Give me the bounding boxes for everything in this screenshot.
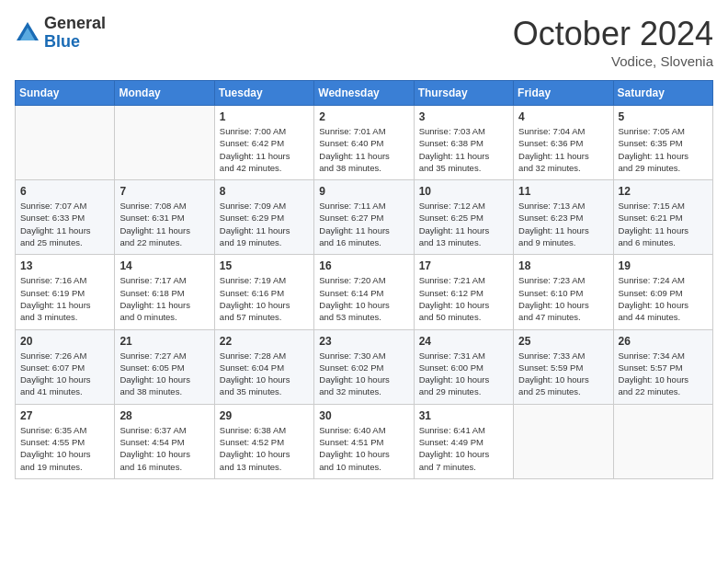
cell-content: Sunrise: 7:11 AM Sunset: 6:27 PM Dayligh… [319,200,408,248]
day-number: 9 [319,185,408,198]
calendar-cell: 1Sunrise: 7:00 AM Sunset: 6:42 PM Daylig… [214,106,313,180]
calendar-cell [16,106,115,180]
logo-text: General Blue [44,15,106,52]
cell-content: Sunrise: 7:03 AM Sunset: 6:38 PM Dayligh… [419,125,508,174]
cell-content: Sunrise: 6:37 AM Sunset: 4:54 PM Dayligh… [119,424,209,473]
calendar-cell: 17Sunrise: 7:21 AM Sunset: 6:12 PM Dayli… [414,255,513,329]
calendar-cell: 6Sunrise: 7:07 AM Sunset: 6:33 PM Daylig… [16,180,115,255]
calendar-cell: 15Sunrise: 7:19 AM Sunset: 6:16 PM Dayli… [214,255,313,329]
day-number: 30 [319,409,408,422]
day-number: 12 [619,185,708,198]
location-subtitle: Vodice, Slovenia [513,53,713,69]
day-number: 11 [518,185,608,198]
day-number: 17 [419,259,508,272]
calendar-cell: 29Sunrise: 6:38 AM Sunset: 4:52 PM Dayli… [214,404,313,478]
day-number: 4 [518,110,608,123]
cell-content: Sunrise: 7:28 AM Sunset: 6:04 PM Dayligh… [220,350,309,398]
calendar-week-row: 13Sunrise: 7:16 AM Sunset: 6:19 PM Dayli… [16,255,713,329]
calendar-cell [115,106,214,180]
cell-content: Sunrise: 7:27 AM Sunset: 6:05 PM Dayligh… [119,350,209,398]
cell-content: Sunrise: 7:20 AM Sunset: 6:14 PM Dayligh… [319,274,408,323]
calendar-cell: 13Sunrise: 7:16 AM Sunset: 6:19 PM Dayli… [16,255,115,329]
day-number: 5 [619,110,708,123]
day-number: 8 [220,185,309,198]
title-block: October 2024 Vodice, Slovenia [513,15,713,69]
day-number: 1 [220,110,309,123]
cell-content: Sunrise: 7:33 AM Sunset: 5:59 PM Dayligh… [518,350,608,398]
calendar-cell: 22Sunrise: 7:28 AM Sunset: 6:04 PM Dayli… [214,329,313,404]
logo-icon [15,20,40,46]
cell-content: Sunrise: 7:26 AM Sunset: 6:07 PM Dayligh… [20,350,109,398]
weekday-header-thursday: Thursday [414,81,513,106]
calendar-cell [514,404,613,478]
calendar-cell: 20Sunrise: 7:26 AM Sunset: 6:07 PM Dayli… [16,329,115,404]
calendar-cell: 28Sunrise: 6:37 AM Sunset: 4:54 PM Dayli… [115,404,214,478]
day-number: 24 [419,335,508,348]
cell-content: Sunrise: 7:15 AM Sunset: 6:21 PM Dayligh… [619,200,708,248]
cell-content: Sunrise: 7:08 AM Sunset: 6:31 PM Dayligh… [119,200,209,248]
cell-content: Sunrise: 7:23 AM Sunset: 6:10 PM Dayligh… [518,274,608,323]
day-number: 20 [20,335,109,348]
day-number: 16 [319,259,408,272]
day-number: 28 [119,409,209,422]
day-number: 26 [619,335,708,348]
cell-content: Sunrise: 6:35 AM Sunset: 4:55 PM Dayligh… [20,424,109,473]
calendar-week-row: 20Sunrise: 7:26 AM Sunset: 6:07 PM Dayli… [16,329,713,404]
cell-content: Sunrise: 6:38 AM Sunset: 4:52 PM Dayligh… [220,424,309,473]
calendar-cell [613,404,712,478]
calendar-cell: 24Sunrise: 7:31 AM Sunset: 6:00 PM Dayli… [414,329,513,404]
day-number: 29 [220,409,309,422]
calendar-cell: 4Sunrise: 7:04 AM Sunset: 6:36 PM Daylig… [514,106,613,180]
cell-content: Sunrise: 7:30 AM Sunset: 6:02 PM Dayligh… [319,350,408,398]
weekday-header-wednesday: Wednesday [314,81,414,106]
day-number: 13 [20,259,109,272]
cell-content: Sunrise: 6:41 AM Sunset: 4:49 PM Dayligh… [419,424,508,473]
calendar-cell: 21Sunrise: 7:27 AM Sunset: 6:05 PM Dayli… [115,329,214,404]
day-number: 31 [419,409,508,422]
weekday-header-saturday: Saturday [613,81,712,106]
calendar-cell: 3Sunrise: 7:03 AM Sunset: 6:38 PM Daylig… [414,106,513,180]
calendar-cell: 5Sunrise: 7:05 AM Sunset: 6:35 PM Daylig… [613,106,712,180]
weekday-header-row: SundayMondayTuesdayWednesdayThursdayFrid… [16,81,713,106]
weekday-header-monday: Monday [115,81,214,106]
cell-content: Sunrise: 7:16 AM Sunset: 6:19 PM Dayligh… [20,274,109,323]
cell-content: Sunrise: 7:17 AM Sunset: 6:18 PM Dayligh… [119,274,209,323]
cell-content: Sunrise: 7:31 AM Sunset: 6:00 PM Dayligh… [419,350,508,398]
day-number: 14 [119,259,209,272]
cell-content: Sunrise: 7:09 AM Sunset: 6:29 PM Dayligh… [220,200,309,248]
calendar-cell: 9Sunrise: 7:11 AM Sunset: 6:27 PM Daylig… [314,180,414,255]
month-title: October 2024 [513,15,713,53]
logo-line1: General [44,15,106,33]
page-header: General Blue October 2024 Vodice, Sloven… [15,15,713,69]
day-number: 18 [518,259,608,272]
day-number: 21 [119,335,209,348]
calendar-cell: 27Sunrise: 6:35 AM Sunset: 4:55 PM Dayli… [16,404,115,478]
cell-content: Sunrise: 7:04 AM Sunset: 6:36 PM Dayligh… [518,125,608,174]
calendar-cell: 8Sunrise: 7:09 AM Sunset: 6:29 PM Daylig… [214,180,313,255]
calendar-cell: 25Sunrise: 7:33 AM Sunset: 5:59 PM Dayli… [514,329,613,404]
calendar-cell: 18Sunrise: 7:23 AM Sunset: 6:10 PM Dayli… [514,255,613,329]
cell-content: Sunrise: 7:05 AM Sunset: 6:35 PM Dayligh… [619,125,708,174]
day-number: 10 [419,185,508,198]
cell-content: Sunrise: 6:40 AM Sunset: 4:51 PM Dayligh… [319,424,408,473]
calendar-cell: 23Sunrise: 7:30 AM Sunset: 6:02 PM Dayli… [314,329,414,404]
day-number: 2 [319,110,408,123]
cell-content: Sunrise: 7:07 AM Sunset: 6:33 PM Dayligh… [20,200,109,248]
calendar-cell: 30Sunrise: 6:40 AM Sunset: 4:51 PM Dayli… [314,404,414,478]
day-number: 22 [220,335,309,348]
cell-content: Sunrise: 7:21 AM Sunset: 6:12 PM Dayligh… [419,274,508,323]
calendar-cell: 16Sunrise: 7:20 AM Sunset: 6:14 PM Dayli… [314,255,414,329]
weekday-header-sunday: Sunday [16,81,115,106]
day-number: 25 [518,335,608,348]
day-number: 7 [119,185,209,198]
cell-content: Sunrise: 7:13 AM Sunset: 6:23 PM Dayligh… [518,200,608,248]
calendar-cell: 11Sunrise: 7:13 AM Sunset: 6:23 PM Dayli… [514,180,613,255]
calendar-week-row: 6Sunrise: 7:07 AM Sunset: 6:33 PM Daylig… [16,180,713,255]
cell-content: Sunrise: 7:01 AM Sunset: 6:40 PM Dayligh… [319,125,408,174]
calendar-week-row: 27Sunrise: 6:35 AM Sunset: 4:55 PM Dayli… [16,404,713,478]
calendar-cell: 7Sunrise: 7:08 AM Sunset: 6:31 PM Daylig… [115,180,214,255]
cell-content: Sunrise: 7:34 AM Sunset: 5:57 PM Dayligh… [619,350,708,398]
calendar-week-row: 1Sunrise: 7:00 AM Sunset: 6:42 PM Daylig… [16,106,713,180]
cell-content: Sunrise: 7:19 AM Sunset: 6:16 PM Dayligh… [220,274,309,323]
calendar-cell: 10Sunrise: 7:12 AM Sunset: 6:25 PM Dayli… [414,180,513,255]
